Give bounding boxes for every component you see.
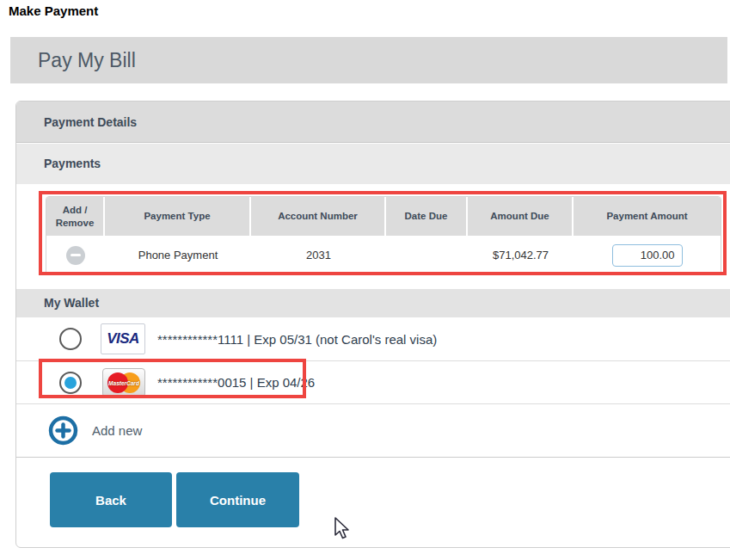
col-header-date-due: Date Due	[386, 197, 468, 236]
add-plus-icon[interactable]	[48, 415, 78, 446]
wallet-item-mastercard[interactable]: MasterCard ************0015 | Exp 04/26	[16, 361, 730, 404]
table-header-row: Add / Remove Payment Type Account Number…	[46, 197, 721, 236]
col-header-amount-due: Amount Due	[468, 197, 574, 236]
make-payment-page: Make Payment Pay My Bill Payment Details…	[0, 0, 730, 560]
mouse-cursor	[332, 516, 351, 542]
add-new-card-button[interactable]: Add new	[16, 404, 730, 458]
payment-card: Payment Details Payments Add / Remove Pa…	[15, 101, 730, 548]
col-header-add-remove: Add / Remove	[46, 197, 105, 236]
wallet-item-visa[interactable]: VISA ************1111 | Exp 05/31 (not C…	[16, 317, 730, 361]
table-row: Phone Payment 2031 $71,042.77	[46, 236, 721, 274]
section-header-payments: Payments	[16, 144, 730, 184]
amount-due-value: $71,042.77	[468, 236, 574, 274]
pay-my-bill-banner: Pay My Bill	[10, 37, 727, 83]
page-title: Make Payment	[9, 3, 98, 18]
payment-amount-input[interactable]	[612, 244, 683, 267]
visa-card-label: ************1111 | Exp 05/31 (not Carol'…	[157, 332, 437, 347]
section-header-payment-details: Payment Details	[16, 102, 730, 143]
remove-payment-icon[interactable]	[66, 246, 85, 265]
mastercard-radio[interactable]	[59, 372, 82, 394]
col-header-payment-type: Payment Type	[105, 197, 251, 236]
col-header-payment-amount: Payment Amount	[574, 197, 721, 236]
mastercard-card-label: ************0015 | Exp 04/26	[157, 375, 315, 390]
add-new-label: Add new	[92, 423, 142, 438]
payment-type-value: Phone Payment	[105, 236, 251, 274]
col-header-account-number: Account Number	[251, 197, 386, 236]
continue-button[interactable]: Continue	[176, 472, 299, 527]
visa-radio[interactable]	[59, 328, 82, 350]
date-due-value	[386, 236, 468, 274]
account-number-value: 2031	[251, 236, 386, 274]
banner-title: Pay My Bill	[38, 49, 136, 72]
back-button[interactable]: Back	[50, 472, 172, 527]
mastercard-logo-icon: MasterCard	[102, 368, 145, 397]
visa-logo-icon: VISA	[101, 323, 145, 354]
payments-table: Add / Remove Payment Type Account Number…	[46, 196, 721, 275]
section-header-my-wallet: My Wallet	[16, 289, 730, 317]
